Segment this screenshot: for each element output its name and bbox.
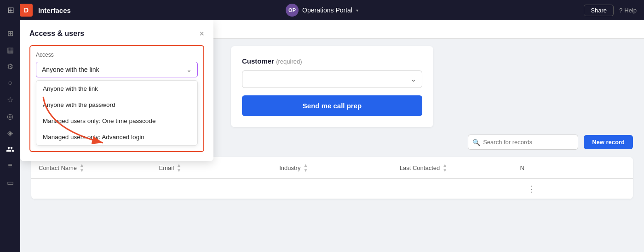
cell-n: ⋮ [512, 179, 633, 199]
access-option-3[interactable]: Managed users only: One time passcode [36, 113, 197, 129]
main-layout: ⊞ ▦ ⚙ ○ ☆ ◎ ◈ ≡ ▭ Access & users × Acces… [0, 20, 644, 252]
sort-industry-icon: ▲▼ [303, 163, 308, 173]
required-text: (required) [276, 58, 302, 65]
access-panel: Access & users × Access Anyone with the … [20, 20, 213, 161]
panel-close-button[interactable]: × [199, 29, 204, 38]
send-call-prep-button[interactable]: Send me call prep [242, 95, 422, 116]
help-link[interactable]: ? Help [619, 7, 637, 14]
search-wrapper: 🔍 [468, 135, 578, 150]
sidebar-icon-table[interactable]: ▭ [3, 175, 17, 190]
users-svg-icon [6, 145, 14, 153]
access-label: Access [36, 52, 198, 58]
cell-industry [272, 184, 392, 193]
cell-last-contacted [392, 184, 513, 193]
customer-dropdown[interactable]: ⌄ [242, 70, 422, 88]
access-select-wrapper: Anyone with the link ⌄ [36, 62, 198, 77]
search-records-input[interactable] [468, 135, 578, 150]
nav-right: Share ? Help [584, 5, 637, 16]
sort-email-icon: ▲▼ [177, 163, 181, 173]
portal-title: Operations Portal [302, 6, 352, 14]
sidebar-icon-users[interactable] [3, 142, 17, 157]
share-button[interactable]: Share [584, 5, 614, 16]
top-nav: ⊞ D Interfaces OP Operations Portal ▾ Sh… [0, 0, 644, 20]
access-dropdown-trigger[interactable]: Anyone with the link ⌄ [36, 62, 198, 77]
access-option-1[interactable]: Anyone with the link [36, 81, 197, 97]
sidebar-icon-grid[interactable]: ⊞ [3, 26, 17, 41]
customer-card: Customer (required) ⌄ Send me call prep [231, 46, 433, 127]
sidebar-icon-globe[interactable]: ◎ [3, 109, 17, 123]
cell-email [152, 184, 272, 193]
sidebar-icon-layout[interactable]: ▦ [3, 42, 17, 57]
row-actions-button[interactable]: ⋮ [520, 184, 543, 193]
search-icon: 🔍 [472, 139, 480, 146]
access-section: Access Anyone with the link ⌄ Anyone wit… [29, 45, 204, 152]
sidebar-icon-star[interactable]: ☆ [3, 92, 17, 107]
sidebar-icon-settings[interactable]: ⚙ [3, 59, 17, 74]
nav-left: ⊞ D Interfaces [7, 4, 71, 17]
nav-center: OP Operations Portal ▾ [286, 4, 358, 17]
sidebar-icon-list[interactable]: ≡ [3, 158, 17, 173]
access-selected-value: Anyone with the link [42, 66, 99, 73]
content-area: Access & users × Access Anyone with the … [20, 20, 644, 252]
app-title: Interfaces [38, 6, 71, 14]
access-option-4[interactable]: Managed users only: Advanced login [36, 129, 197, 145]
access-chevron-icon: ⌄ [186, 66, 192, 73]
cell-contact [31, 184, 152, 193]
access-dropdown-options: Anyone with the link Anyone with the pas… [36, 80, 198, 146]
access-option-2[interactable]: Anyone with the password [36, 97, 197, 113]
apps-icon[interactable]: ⊞ [7, 5, 14, 15]
sort-contact-icon: ▲▼ [80, 163, 84, 173]
portal-chevron-icon[interactable]: ▾ [356, 8, 358, 13]
col-last-contacted[interactable]: Last Contacted ▲▼ [392, 157, 513, 178]
new-record-button[interactable]: New record [584, 135, 633, 149]
user-avatar: OP [286, 4, 299, 17]
sidebar: ⊞ ▦ ⚙ ○ ☆ ◎ ◈ ≡ ▭ [0, 20, 20, 252]
customer-chevron-icon: ⌄ [411, 76, 416, 83]
sidebar-icon-pin[interactable]: ◈ [3, 125, 17, 140]
col-industry[interactable]: Industry ▲▼ [272, 157, 392, 178]
app-logo: D [20, 4, 33, 17]
panel-header: Access & users × [29, 29, 204, 38]
sidebar-icon-circle[interactable]: ○ [3, 76, 17, 90]
table-row: ⋮ [31, 179, 633, 199]
customer-field-label: Customer (required) [242, 57, 422, 65]
col-n[interactable]: N [512, 157, 633, 178]
panel-title: Access & users [29, 29, 84, 38]
records-table: Contact Name ▲▼ Email ▲▼ Industry ▲▼ Las… [31, 157, 633, 199]
help-circle-icon: ? [619, 7, 622, 14]
sort-contacted-icon: ▲▼ [443, 163, 447, 173]
